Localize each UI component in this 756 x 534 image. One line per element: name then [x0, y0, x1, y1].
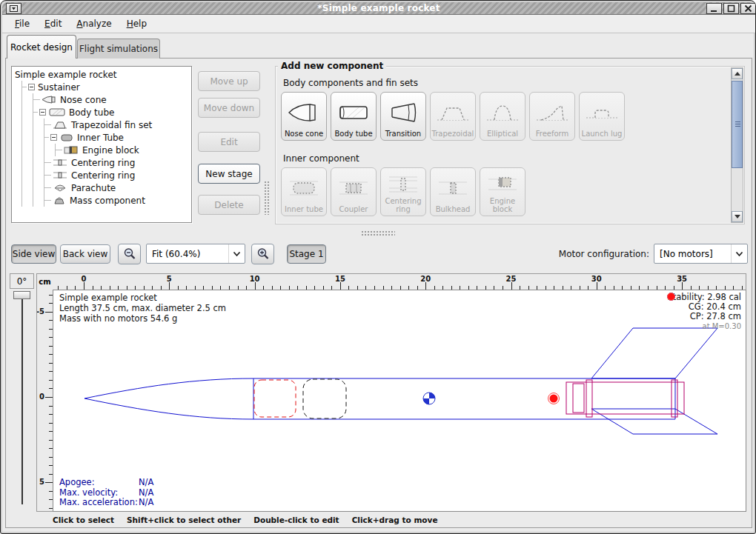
- centering-ring-icon: [53, 171, 67, 179]
- ruler-tick: [45, 482, 53, 483]
- add-body-tube-button[interactable]: Body tube: [331, 92, 377, 141]
- tree-item-trapezoidal-fin-set[interactable]: Trapezoidal fin set: [55, 119, 191, 131]
- component-tree-panel[interactable]: Simple example rocket Sustainer: [11, 66, 192, 223]
- status-hint: Click+drag to move: [352, 515, 438, 524]
- motor-configuration-select[interactable]: [No motors]: [654, 244, 748, 264]
- combo-arrow-button[interactable]: [228, 244, 245, 263]
- tab-rocket-design[interactable]: Rocket design: [7, 35, 76, 59]
- mass-component-outline[interactable]: [303, 379, 346, 418]
- combo-arrow-button[interactable]: [731, 244, 747, 263]
- window-title: *Simple example rocket: [2, 3, 755, 13]
- delete-button[interactable]: Delete: [198, 195, 260, 215]
- elliptical-fin-icon: [485, 96, 520, 130]
- centering-ring-aft[interactable]: [672, 380, 677, 417]
- tree-item-mass-component[interactable]: Mass component: [55, 194, 191, 207]
- add-centering-ring-button[interactable]: Centering ring: [380, 167, 426, 216]
- add-freeform-fin-button[interactable]: Freeform: [529, 92, 575, 141]
- close-icon: [744, 4, 752, 13]
- ruler-label: 5: [167, 275, 172, 283]
- engine-block-outline[interactable]: [573, 384, 584, 413]
- move-up-button[interactable]: Move up: [198, 71, 260, 91]
- collapse-handle[interactable]: [50, 134, 57, 141]
- zoom-level-select[interactable]: Fit (60.4%): [146, 244, 245, 264]
- zoom-out-button[interactable]: [118, 244, 141, 264]
- mach-note: at M=0.30: [667, 321, 741, 331]
- minimize-icon: [710, 4, 718, 13]
- rocket-name: Simple example rocket: [59, 293, 226, 303]
- rotation-slider-track[interactable]: [21, 296, 23, 504]
- tree-item-inner-tube[interactable]: Inner Tube: [55, 131, 191, 144]
- menu-edit[interactable]: Edit: [38, 16, 68, 31]
- ruler-tick: [255, 282, 256, 290]
- menu-file[interactable]: File: [8, 16, 36, 31]
- maximize-button[interactable]: [723, 3, 739, 14]
- parachute-outline[interactable]: [254, 380, 296, 417]
- fin-top[interactable]: [591, 328, 717, 378]
- menu-analyze[interactable]: Analyze: [70, 16, 118, 31]
- launch-lug-icon: [585, 96, 619, 130]
- ruler-tick: [425, 282, 426, 290]
- ruler-tick: [340, 282, 341, 290]
- rocket-dimensions: Length 37.5 cm, max. diameter 2.5 cm: [59, 303, 226, 313]
- scroll-down-button[interactable]: [732, 211, 743, 222]
- add-bulkhead-button[interactable]: Bulkhead: [430, 167, 476, 216]
- engine-block-icon: [485, 171, 520, 198]
- horizontal-splitter[interactable]: [361, 230, 395, 237]
- minimize-button[interactable]: [706, 3, 722, 14]
- fin-bottom[interactable]: [591, 409, 717, 434]
- add-elliptical-fin-button[interactable]: Elliptical: [480, 92, 525, 141]
- status-hint: Double-click to edit: [253, 515, 339, 524]
- flight-data-row: Apogee: N/A: [59, 478, 153, 488]
- flight-data-row: Max. velocity: N/A: [59, 488, 153, 498]
- stage-1-toggle[interactable]: Stage 1: [287, 244, 326, 264]
- add-panel-scrollbar[interactable]: [731, 67, 743, 223]
- flight-data-row: Max. acceleration: N/A: [59, 498, 153, 508]
- title-bar[interactable]: *Simple example rocket: [2, 2, 755, 15]
- vertical-splitter[interactable]: [264, 181, 271, 215]
- chevron-up-icon: [735, 72, 740, 76]
- new-stage-button[interactable]: New stage: [198, 164, 260, 184]
- tree-item-nose-cone[interactable]: Nose cone: [44, 93, 191, 106]
- side-view-button[interactable]: Side view: [11, 244, 56, 264]
- scrollbar-grip: [735, 121, 740, 127]
- tree-item-engine-block[interactable]: Engine block: [66, 144, 191, 156]
- tree-item-sustainer[interactable]: Sustainer: [33, 81, 191, 93]
- centering-ring-fore[interactable]: [586, 380, 592, 417]
- tree-item-body-tube[interactable]: Body tube: [44, 106, 191, 119]
- add-launch-lug-button[interactable]: Launch lug: [579, 92, 625, 141]
- add-engine-block-button[interactable]: Engine block: [480, 167, 525, 216]
- nose-cone-icon: [287, 96, 321, 130]
- collapse-handle[interactable]: [39, 109, 46, 116]
- rocket-design-canvas[interactable]: Simple example rocket Length 37.5 cm, ma…: [53, 290, 746, 512]
- body-tube-outline[interactable]: [253, 378, 675, 419]
- add-coupler-button[interactable]: Coupler: [331, 167, 377, 216]
- flight-data: Apogee: N/A Max. velocity: N/A Max. acce…: [59, 478, 153, 508]
- add-nose-cone-button[interactable]: Nose cone: [281, 92, 327, 141]
- menu-help[interactable]: Help: [120, 16, 153, 31]
- zoom-in-button[interactable]: [251, 244, 274, 264]
- centering-ring-icon: [53, 158, 67, 167]
- tree-item-rocket[interactable]: Simple example rocket: [15, 68, 191, 81]
- tab-flight-simulations[interactable]: Flight simulations: [77, 39, 160, 59]
- scrollbar-thumb[interactable]: [732, 81, 743, 168]
- nose-cone-outline[interactable]: [84, 378, 253, 419]
- tree-item-parachute[interactable]: Parachute: [55, 181, 191, 194]
- edit-button[interactable]: Edit: [198, 132, 260, 152]
- back-view-button[interactable]: Back view: [60, 244, 110, 264]
- add-transition-button[interactable]: Transition: [380, 92, 426, 141]
- tree-item-centering-ring-1[interactable]: Centering ring: [55, 156, 191, 169]
- scroll-up-button[interactable]: [732, 68, 743, 79]
- maximize-icon: [727, 4, 735, 13]
- zoom-in-icon: [256, 247, 270, 261]
- cp-icon: [667, 293, 675, 301]
- inner-tube-icon: [60, 133, 73, 141]
- chevron-down-icon: [735, 215, 740, 218]
- add-trapezoidal-fin-button[interactable]: Trapezoidal: [430, 92, 476, 141]
- move-down-button[interactable]: Move down: [198, 98, 260, 118]
- close-button[interactable]: [740, 3, 756, 14]
- collapse-handle[interactable]: [28, 84, 35, 90]
- motor-configuration-value: [No motors]: [654, 249, 731, 259]
- add-inner-tube-button[interactable]: Inner tube: [281, 167, 327, 216]
- tree-item-centering-ring-2[interactable]: Centering ring: [55, 169, 191, 181]
- rotation-slider-handle[interactable]: [13, 291, 30, 299]
